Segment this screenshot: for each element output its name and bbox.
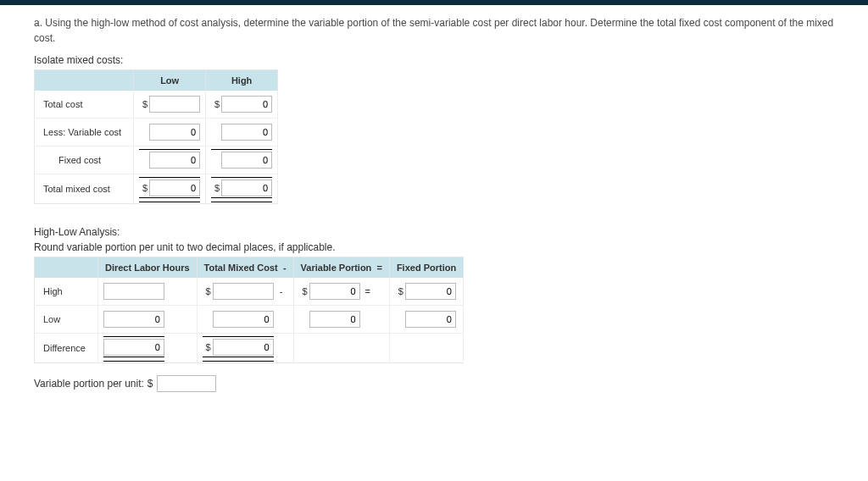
- cell: [97, 278, 197, 306]
- high-fp-input[interactable]: [405, 283, 456, 300]
- row-fixed-cost-label: Fixed cost: [35, 147, 134, 174]
- currency-symbol: $: [211, 99, 220, 109]
- minus-op: -: [276, 286, 287, 296]
- isolate-heading: Isolate mixed costs:: [34, 54, 834, 66]
- low-fp-input[interactable]: [405, 311, 456, 328]
- col-high-header: High: [206, 70, 278, 91]
- cell: [97, 306, 197, 334]
- currency-symbol: $: [139, 99, 147, 109]
- cell: [134, 147, 206, 174]
- row-diff-label: Difference: [35, 334, 98, 363]
- less-variable-high-input[interactable]: [221, 124, 272, 141]
- cell-empty: [293, 334, 389, 363]
- table-row: Low: [35, 306, 464, 334]
- diff-tmc-input[interactable]: [213, 339, 274, 356]
- less-variable-low-input[interactable]: [149, 124, 200, 141]
- currency-symbol: $: [203, 286, 211, 296]
- cell: $: [206, 91, 278, 119]
- cell: $: [134, 91, 206, 119]
- cell: $: [197, 334, 293, 363]
- col-fp-header: Fixed Portion: [389, 257, 463, 279]
- diff-dlh-input[interactable]: [103, 339, 164, 356]
- cell: [97, 334, 197, 363]
- cell: $: [206, 174, 278, 204]
- cell: [197, 306, 293, 334]
- col-low-header: Low: [134, 70, 206, 91]
- cell: [206, 119, 278, 147]
- variable-per-unit-input[interactable]: [157, 375, 216, 392]
- cell: $: [134, 174, 206, 204]
- fixed-cost-low-input[interactable]: [149, 152, 200, 169]
- highlow-heading: High-Low Analysis:: [34, 226, 834, 238]
- table-row: Difference $: [35, 334, 464, 363]
- low-dlh-input[interactable]: [103, 311, 164, 328]
- col-tmc-text: Total Mixed Cost: [204, 263, 278, 273]
- table-row: High $ - $ =: [35, 278, 464, 306]
- col-tmc-header: Total Mixed Cost -: [197, 257, 293, 279]
- highlow-note: Round variable portion per unit to two d…: [34, 241, 834, 253]
- equals-header: =: [376, 263, 381, 273]
- total-mixed-high-input[interactable]: [221, 180, 272, 196]
- cell: $ -: [197, 278, 293, 306]
- high-tmc-input[interactable]: [213, 283, 274, 300]
- currency-symbol: $: [211, 183, 220, 193]
- blank-header: [35, 257, 98, 279]
- question-text: a. Using the high-low method of cost ana…: [34, 15, 834, 46]
- currency-symbol: $: [203, 342, 211, 352]
- row-less-variable-label: Less: Variable cost: [35, 119, 134, 147]
- isolate-table: Low High Total cost $ $ Less: Variable c…: [34, 69, 278, 204]
- row-total-cost-label: Total cost: [35, 91, 134, 119]
- row-low-label: Low: [35, 306, 98, 334]
- question-prefix: a.: [34, 17, 42, 29]
- row-total-mixed-label: Total mixed cost: [35, 174, 134, 204]
- cell: [134, 119, 206, 147]
- question-body: Using the high-low method of cost analys…: [34, 17, 833, 44]
- cell: $: [389, 278, 463, 306]
- col-vp-header: Variable Portion =: [293, 257, 389, 279]
- variable-per-unit-label: Variable portion per unit:: [34, 378, 144, 390]
- high-dlh-input[interactable]: [103, 283, 164, 300]
- col-dlh-header: Direct Labor Hours: [97, 257, 197, 279]
- table-row: Total mixed cost $ $: [35, 174, 278, 204]
- table-row: Low High: [35, 70, 278, 91]
- table-row: Fixed cost: [35, 147, 278, 174]
- total-mixed-low-input[interactable]: [149, 180, 200, 196]
- low-tmc-input[interactable]: [213, 311, 274, 328]
- total-cost-low-input[interactable]: [149, 96, 200, 113]
- cell: [293, 306, 389, 334]
- high-vp-input[interactable]: [309, 283, 360, 300]
- currency-symbol: $: [299, 286, 308, 296]
- total-cost-high-input[interactable]: [221, 96, 272, 113]
- table-row: Less: Variable cost: [35, 119, 278, 147]
- low-vp-input[interactable]: [309, 311, 360, 328]
- equals-op: =: [363, 286, 373, 296]
- col-vp-text: Variable Portion: [301, 263, 372, 273]
- variable-per-unit-line: Variable portion per unit: $: [34, 375, 834, 392]
- cell: [389, 306, 463, 334]
- currency-symbol: $: [147, 378, 153, 390]
- table-row: Direct Labor Hours Total Mixed Cost - Va…: [35, 257, 464, 279]
- fixed-cost-high-input[interactable]: [221, 152, 272, 169]
- cell: $ =: [293, 278, 389, 306]
- highlow-table: Direct Labor Hours Total Mixed Cost - Va…: [34, 257, 464, 363]
- blank-header: [35, 70, 134, 91]
- content-area: a. Using the high-low method of cost ana…: [0, 5, 868, 409]
- row-high-label: High: [35, 278, 98, 306]
- currency-symbol: $: [139, 183, 147, 193]
- currency-symbol: $: [395, 286, 403, 296]
- cell-empty: [389, 334, 463, 363]
- minus-header: -: [283, 263, 287, 273]
- table-row: Total cost $ $: [35, 91, 278, 119]
- cell: [206, 147, 278, 174]
